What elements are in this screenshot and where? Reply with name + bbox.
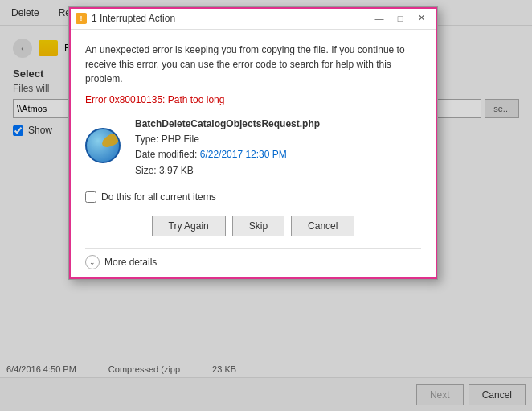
do-all-label: Do this for all current items bbox=[101, 191, 216, 203]
file-size-row: Size: 3.97 KB bbox=[135, 163, 320, 179]
close-button[interactable]: ✕ bbox=[411, 10, 431, 27]
dialog-body: An unexpected error is keeping you from … bbox=[69, 30, 437, 279]
size-label: Size: bbox=[135, 165, 157, 176]
error-message: An unexpected error is keeping you from … bbox=[85, 43, 421, 86]
dialog-title-icon: ! bbox=[76, 13, 87, 24]
file-details: BatchDeleteCatalogObjectsRequest.php Typ… bbox=[135, 117, 320, 179]
skip-button[interactable]: Skip bbox=[232, 216, 284, 236]
error-code: Error 0x80010135: Path too long bbox=[85, 94, 421, 105]
action-buttons: Try Again Skip Cancel bbox=[85, 216, 421, 236]
more-details-link[interactable]: More details bbox=[104, 257, 157, 268]
file-size-value: 3.97 KB bbox=[159, 165, 194, 176]
minimize-button[interactable]: — bbox=[370, 10, 389, 27]
dialog-titlebar: ! 1 Interrupted Action — □ ✕ bbox=[69, 7, 437, 30]
file-type-value: PHP File bbox=[162, 134, 199, 145]
try-again-button[interactable]: Try Again bbox=[152, 216, 226, 236]
type-label: Type: bbox=[135, 134, 158, 145]
window-controls: — □ ✕ bbox=[370, 10, 431, 27]
ie-globe-icon bbox=[85, 128, 121, 163]
details-arrow-icon[interactable]: ⌄ bbox=[85, 255, 100, 269]
maximize-button[interactable]: □ bbox=[391, 10, 410, 27]
error-dialog: ! 1 Interrupted Action — □ ✕ An unexpect… bbox=[68, 6, 438, 280]
file-type-icon bbox=[85, 128, 124, 166]
file-date-row: Date modified: 6/22/2017 12:30 PM bbox=[135, 147, 320, 162]
do-all-checkbox[interactable] bbox=[85, 191, 96, 203]
date-label: Date modified: bbox=[135, 149, 197, 160]
do-all-checkbox-row: Do this for all current items bbox=[85, 191, 421, 203]
file-info-row: BatchDeleteCatalogObjectsRequest.php Typ… bbox=[85, 117, 421, 179]
file-date-value: 6/22/2017 12:30 PM bbox=[200, 149, 287, 160]
dialog-cancel-button[interactable]: Cancel bbox=[291, 216, 354, 236]
more-details-row: ⌄ More details bbox=[85, 248, 421, 269]
ie-swoosh bbox=[100, 130, 121, 150]
dialog-title: 1 Interrupted Action bbox=[92, 13, 365, 24]
file-name: BatchDeleteCatalogObjectsRequest.php bbox=[135, 117, 320, 132]
file-type-row: Type: PHP File bbox=[135, 132, 320, 147]
